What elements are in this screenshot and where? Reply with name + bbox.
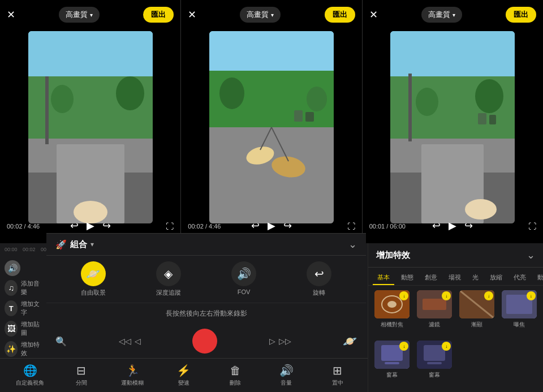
redo-btn-2[interactable]: ↪	[283, 219, 292, 232]
combo-tab-rotate[interactable]: ↩ 旋轉	[307, 261, 331, 297]
effect-item-6[interactable]: ↓ 窗幕	[415, 341, 454, 387]
timeline-nav-right: ▷ ▷▷	[269, 337, 291, 346]
playback-controls-3: ↩ ▶ ↪	[363, 219, 543, 232]
sticker-label: 增加貼圖	[21, 320, 42, 337]
combo-header: 🚀 組合 ▾ ⌄	[46, 234, 366, 256]
close-button-1[interactable]: ✕	[7, 10, 15, 20]
combo-tab-free[interactable]: 🪐 自由取景	[81, 261, 106, 297]
svg-point-17	[307, 87, 327, 111]
combo-tab-depth[interactable]: ◈ 深度追蹤	[156, 261, 181, 297]
planet-button[interactable]: 🪐	[343, 334, 357, 348]
custom-view-tool[interactable]: 🌐 自定義視角	[16, 364, 44, 387]
text-track-row[interactable]: T 增加文字	[5, 300, 42, 317]
delete-tool[interactable]: 🗑 刪除	[221, 364, 249, 387]
volume-tool[interactable]: 🔊 音量	[272, 364, 300, 387]
text-label: 增加文字	[21, 300, 42, 317]
export-button-2[interactable]: 匯出	[325, 7, 355, 23]
preview-area: ✕ 高畫質 匯出 00:02 / 4:46	[0, 0, 543, 243]
sticker-track-row[interactable]: 🖼 增加貼圖	[5, 320, 42, 337]
record-button[interactable]	[192, 329, 217, 354]
audio-icon[interactable]: 🔊	[5, 260, 20, 276]
bottom-toolbar: 🌐 自定義視角 ⊟ 分間 🏃 運動模糊 ⚡ 變速 🗑 刪除 🔊 音量	[0, 358, 368, 392]
svg-point-27	[416, 88, 438, 116]
effect-item-3[interactable]: ↓ 漸顯	[458, 290, 497, 337]
effects-header: 增加特效 ⌄	[368, 243, 543, 268]
depth-track-icon: ◈	[156, 261, 181, 286]
effects-title: 增加特效	[376, 250, 410, 261]
music-label: 添加音樂	[21, 279, 42, 296]
combo-collapse-btn[interactable]: ⌄	[348, 238, 357, 251]
sticker-icon[interactable]: 🖼	[5, 321, 18, 337]
effect-item-2[interactable]: ↓ 濾鏡	[415, 290, 454, 337]
globe-icon: 🌐	[23, 364, 37, 377]
top-bar-3: ✕ 高畫質 匯出	[363, 7, 543, 23]
quality-button-3[interactable]: 高畫質	[421, 7, 462, 23]
close-button-2[interactable]: ✕	[188, 10, 196, 20]
text-icon[interactable]: T	[5, 300, 18, 316]
ruler-mark: 00:00	[5, 247, 23, 252]
combo-title: 組合	[70, 239, 87, 250]
fov-label: FOV	[238, 288, 251, 295]
play-btn-2[interactable]: ▶	[268, 219, 275, 232]
nav-back-btn[interactable]: ◁	[135, 337, 141, 346]
rotate-label: 旋轉	[313, 288, 325, 297]
redo-btn-3[interactable]: ↪	[464, 219, 473, 232]
search-button[interactable]: 🔍	[55, 336, 67, 347]
quality-button-2[interactable]: 高畫質	[240, 7, 281, 23]
effect-item-5[interactable]: ↓ 窗幕	[373, 341, 412, 387]
music-icon[interactable]: ♫	[5, 280, 18, 296]
effects-track-row[interactable]: ✨ 增加特效	[5, 341, 42, 357]
split-tool[interactable]: ⊟ 分間	[67, 364, 96, 387]
redo-btn-1[interactable]: ↪	[102, 219, 111, 232]
center-tool[interactable]: ⊞ 置中	[324, 364, 352, 387]
effects-tab-brightness[interactable]: 代亮	[509, 271, 531, 285]
music-track-row[interactable]: ♫ 添加音樂	[5, 279, 42, 296]
expand-btn-1[interactable]: ⛶	[166, 222, 174, 231]
export-button-3[interactable]: 匯出	[506, 7, 536, 23]
nav-fwd-btn[interactable]: ▷	[269, 337, 275, 346]
right-panel: 增加特效 ⌄ 基本 動態 創意 場視 光 放縮 代亮 動畫 ↓ 相機對焦	[368, 243, 543, 392]
svg-rect-44	[427, 362, 442, 364]
effects-tab-basic[interactable]: 基本	[373, 271, 394, 285]
video-thumbnail-3	[390, 31, 515, 223]
nav-next-btn[interactable]: ▷▷	[279, 337, 291, 346]
effect-thumb-4: ↓	[502, 290, 537, 318]
effect-item-1[interactable]: ↓ 相機對焦	[373, 290, 412, 337]
effects-tab-motion[interactable]: 動態	[397, 271, 418, 285]
effects-tab-zoom[interactable]: 放縮	[485, 271, 507, 285]
effects-collapse-btn[interactable]: ⌄	[527, 249, 535, 261]
undo-btn-1[interactable]: ↩	[70, 219, 79, 232]
nav-prev-btn[interactable]: ◁◁	[119, 337, 131, 346]
effect-label-6: 窗幕	[429, 371, 440, 379]
effect-label-5: 窗幕	[386, 371, 398, 379]
playback-controls-1: ↩ ▶ ↪	[0, 219, 180, 232]
timeline-nav: ◁◁ ◁	[119, 337, 141, 346]
effect-thumb-6: ↓	[417, 341, 452, 369]
effects-icon[interactable]: ✨	[5, 341, 18, 357]
rotate-icon: ↩	[307, 261, 331, 286]
effects-tab-animation[interactable]: 動畫	[533, 271, 543, 285]
effects-tab-light[interactable]: 光	[468, 271, 483, 285]
ruler-mark: 00:02	[23, 247, 41, 252]
split-icon: ⊟	[76, 364, 86, 377]
combo-tab-fov[interactable]: 🔊 FOV	[231, 261, 256, 297]
undo-btn-2[interactable]: ↩	[251, 219, 260, 232]
combo-header-left: 🚀 組合 ▾	[55, 239, 94, 250]
expand-btn-2[interactable]: ⛶	[347, 222, 355, 231]
split-label: 分間	[76, 379, 87, 387]
quality-button-1[interactable]: 高畫質	[59, 7, 100, 23]
effect-label-1: 相機對焦	[381, 321, 403, 329]
export-button-1[interactable]: 匯出	[143, 7, 174, 23]
effects-label: 增加特效	[21, 341, 42, 357]
close-button-3[interactable]: ✕	[369, 10, 378, 20]
play-btn-3[interactable]: ▶	[449, 219, 456, 232]
play-btn-1[interactable]: ▶	[87, 219, 94, 232]
effects-tab-creative[interactable]: 創意	[420, 271, 442, 285]
effect-item-4[interactable]: ↓ 曝焦	[499, 290, 538, 337]
speed-tool[interactable]: ⚡ 變速	[170, 364, 198, 387]
motion-blur-tool[interactable]: 🏃 運動模糊	[118, 364, 146, 387]
svg-point-7	[51, 85, 74, 113]
expand-btn-3[interactable]: ⛶	[528, 222, 536, 231]
effects-tab-scene[interactable]: 場視	[444, 271, 466, 285]
undo-btn-3[interactable]: ↩	[432, 219, 441, 232]
